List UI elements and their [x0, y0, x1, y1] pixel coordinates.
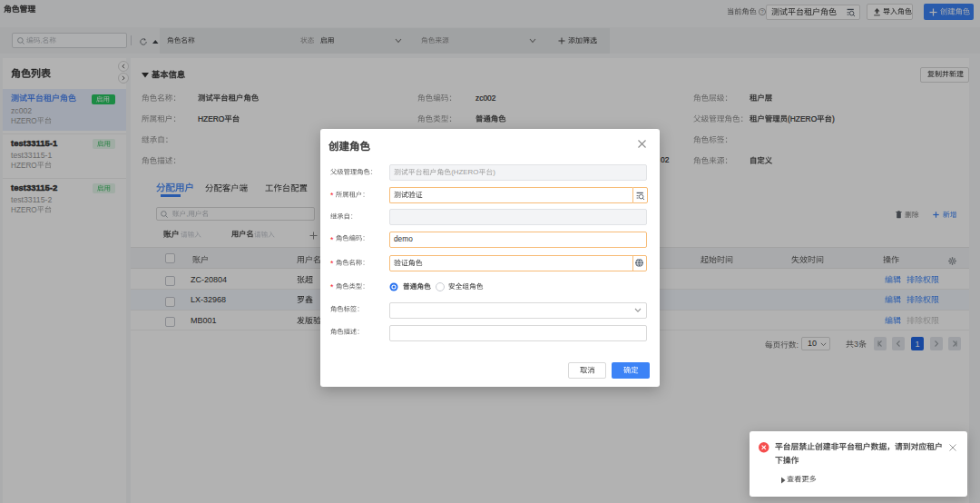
svg-text:*: *: [330, 191, 334, 200]
svg-text:demo: demo: [394, 234, 413, 243]
svg-text:*: *: [330, 259, 334, 268]
svg-text:(HZERO: (HZERO: [451, 168, 478, 176]
svg-text:*: *: [330, 282, 334, 291]
svg-text:*: *: [330, 235, 334, 244]
svg-text:): ): [493, 168, 495, 176]
